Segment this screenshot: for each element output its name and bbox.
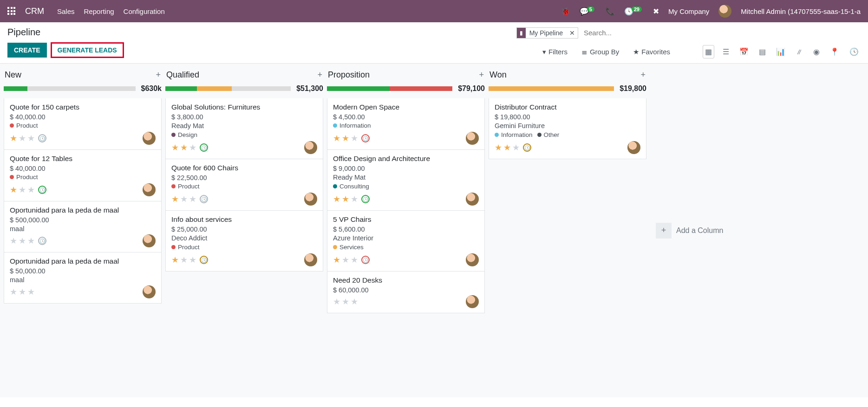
tools-icon[interactable]: ✖	[653, 7, 659, 16]
phone-icon[interactable]: 📞	[606, 7, 615, 16]
star-icon[interactable]: ★	[19, 185, 26, 195]
progress-bar[interactable]	[4, 86, 136, 91]
star-icon[interactable]: ★	[512, 142, 520, 153]
priority-stars[interactable]: ★★★🕓	[171, 194, 208, 204]
assignee-avatar[interactable]	[143, 183, 156, 196]
activity-icon[interactable]: 🕓	[361, 195, 370, 203]
activity-icon[interactable]: 🕓29	[624, 7, 644, 16]
pivot-view-icon[interactable]: ▤	[757, 45, 768, 58]
assignee-avatar[interactable]	[143, 132, 156, 145]
star-icon[interactable]: ★	[180, 194, 188, 204]
avatar[interactable]	[718, 5, 731, 18]
star-icon[interactable]: ★	[333, 194, 340, 204]
dashboard-view-icon[interactable]: ◉	[811, 45, 822, 58]
star-icon[interactable]: ★	[351, 297, 358, 307]
progress-bar[interactable]	[489, 86, 614, 91]
star-icon[interactable]: ★	[333, 133, 340, 143]
create-button[interactable]: CREATE	[7, 43, 47, 58]
kanban-card[interactable]: Modern Open Space$ 4,500.00Information★★…	[327, 98, 485, 150]
progress-bar[interactable]	[327, 86, 452, 91]
priority-stars[interactable]: ★★★🕓	[495, 142, 531, 153]
kanban-card[interactable]: Oportunidad para la peda de maal$ 500,00…	[4, 201, 162, 252]
star-icon[interactable]: ★	[351, 133, 358, 143]
company-selector[interactable]: My Company	[668, 7, 709, 15]
priority-stars[interactable]: ★★★🕓	[10, 236, 46, 246]
kanban-card[interactable]: Quote for 12 Tables$ 40,000.00Product★★★…	[4, 150, 162, 201]
facet-remove[interactable]: ✕	[567, 28, 578, 38]
star-icon[interactable]: ★	[10, 133, 17, 143]
kanban-card[interactable]: Info about services$ 25,000.00Deco Addic…	[165, 211, 323, 271]
star-icon[interactable]: ★	[189, 142, 196, 153]
star-icon[interactable]: ★	[342, 194, 349, 204]
star-icon[interactable]: ★	[495, 142, 502, 153]
assignee-avatar[interactable]	[143, 234, 156, 247]
activity-view-icon[interactable]: 🕓	[848, 45, 861, 58]
star-icon[interactable]: ★	[171, 142, 179, 153]
nav-sales[interactable]: Sales	[57, 7, 75, 15]
priority-stars[interactable]: ★★★🕓	[333, 133, 370, 143]
star-icon[interactable]: ★	[10, 287, 17, 297]
add-column-button[interactable]: +Add a Column	[650, 68, 743, 393]
activity-icon[interactable]: 🕓	[361, 256, 370, 264]
quick-create-icon[interactable]: +	[479, 70, 484, 80]
star-icon[interactable]: ★	[342, 255, 349, 265]
star-icon[interactable]: ★	[333, 297, 340, 307]
quick-create-icon[interactable]: +	[640, 70, 646, 80]
user-menu[interactable]: Mitchell Admin (14707555-saas-15-1-a	[741, 7, 861, 15]
priority-stars[interactable]: ★★★🕓	[333, 255, 370, 265]
favorites-button[interactable]: ★Favorites	[633, 48, 670, 56]
activity-icon[interactable]: 🕓	[38, 237, 46, 245]
priority-stars[interactable]: ★★★🕓	[10, 185, 46, 195]
assignee-avatar[interactable]	[304, 253, 317, 266]
activity-icon[interactable]: 🕓	[200, 195, 208, 203]
star-icon[interactable]: ★	[171, 194, 179, 204]
activity-icon[interactable]: 🕓	[523, 143, 531, 152]
filters-button[interactable]: ▾Filters	[542, 48, 568, 56]
cohort-view-icon[interactable]: ⫽	[794, 46, 805, 58]
star-icon[interactable]: ★	[180, 142, 188, 153]
assignee-avatar[interactable]	[466, 253, 479, 266]
apps-icon[interactable]	[7, 7, 16, 15]
star-icon[interactable]: ★	[27, 287, 35, 297]
star-icon[interactable]: ★	[351, 255, 358, 265]
kanban-card[interactable]: Global Solutions: Furnitures$ 3,800.00Re…	[165, 98, 323, 159]
quick-create-icon[interactable]: +	[317, 70, 322, 80]
star-icon[interactable]: ★	[189, 194, 196, 204]
kanban-card[interactable]: Need 20 Desks$ 60,000.00★★★	[327, 271, 485, 313]
nav-configuration[interactable]: Configuration	[124, 7, 165, 15]
assignee-avatar[interactable]	[304, 141, 317, 154]
star-icon[interactable]: ★	[19, 236, 26, 246]
bug-icon[interactable]: 🐞	[561, 7, 570, 16]
priority-stars[interactable]: ★★★	[10, 287, 35, 297]
activity-icon[interactable]: 🕓	[38, 134, 46, 142]
assignee-avatar[interactable]	[466, 193, 479, 206]
priority-stars[interactable]: ★★★	[333, 297, 358, 307]
activity-icon[interactable]: 🕓	[200, 143, 208, 152]
star-icon[interactable]: ★	[27, 185, 35, 195]
kanban-card[interactable]: Oportunidad para la peda de maal$ 50,000…	[4, 252, 162, 304]
map-view-icon[interactable]: 📍	[828, 45, 841, 58]
star-icon[interactable]: ★	[333, 255, 340, 265]
assignee-avatar[interactable]	[304, 193, 317, 206]
activity-icon[interactable]: 🕓	[361, 134, 370, 142]
assignee-avatar[interactable]	[466, 132, 479, 145]
quick-create-icon[interactable]: +	[156, 70, 161, 80]
generate-leads-button[interactable]: GENERATE LEADS	[51, 42, 124, 58]
activity-icon[interactable]: 🕓	[38, 186, 46, 194]
star-icon[interactable]: ★	[10, 185, 17, 195]
kanban-card[interactable]: Quote for 600 Chairs$ 22,500.00Product★★…	[165, 159, 323, 211]
kanban-view-icon[interactable]: ▦	[703, 45, 714, 58]
assignee-avatar[interactable]	[143, 285, 156, 298]
star-icon[interactable]: ★	[171, 255, 179, 265]
star-icon[interactable]: ★	[342, 133, 349, 143]
kanban-card[interactable]: Distributor Contract$ 19,800.00Gemini Fu…	[489, 98, 646, 159]
nav-reporting[interactable]: Reporting	[84, 7, 114, 15]
priority-stars[interactable]: ★★★🕓	[333, 194, 370, 204]
messages-icon[interactable]: 💬5	[580, 7, 596, 16]
assignee-avatar[interactable]	[466, 295, 479, 308]
priority-stars[interactable]: ★★★🕓	[171, 255, 208, 265]
priority-stars[interactable]: ★★★🕓	[171, 142, 208, 153]
star-icon[interactable]: ★	[189, 255, 196, 265]
list-view-icon[interactable]: ☰	[721, 45, 731, 58]
groupby-button[interactable]: ≣Group By	[581, 48, 619, 56]
